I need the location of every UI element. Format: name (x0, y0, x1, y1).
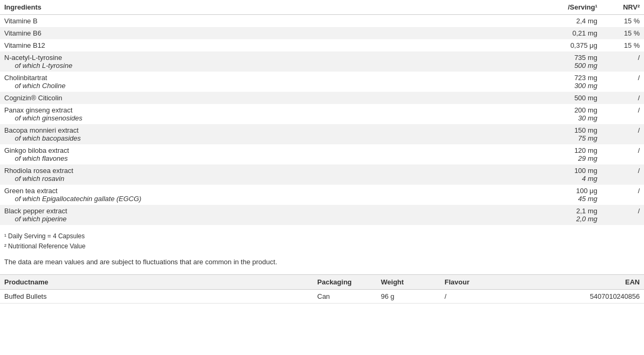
ingredient-serving: 0,21 mg (538, 27, 602, 39)
ingredient-name: Rhodiola rosea extract of which rosavin (0, 164, 538, 185)
flavour-header: Flavour (440, 275, 504, 290)
nrv-header: NRV² (602, 0, 644, 15)
ingredient-serving: 723 mg 300 mg (538, 72, 602, 92)
product-weight: 96 g (377, 290, 440, 304)
product-row: Buffed Bullets Can 96 g / 5407010240856 (0, 290, 644, 304)
ingredients-header: Ingredients (0, 0, 538, 15)
ingredient-nrv: 15 % (602, 15, 644, 28)
serving-header: /Serving¹ (538, 0, 602, 15)
ingredient-nrv: / (602, 104, 644, 124)
ingredient-nrv: / (602, 92, 644, 104)
ingredient-nrv: / (602, 185, 644, 205)
ingredient-name: Vitamine B6 (0, 27, 538, 39)
ingredient-name: Ginkgo biloba extract of which flavones (0, 144, 538, 164)
note-line2: ² Nutritional Reference Value (4, 241, 640, 252)
productname-header: Productname (0, 275, 313, 290)
ingredient-name: Black pepper extract of which piperine (0, 205, 538, 225)
table-row: Rhodiola rosea extract of which rosavin … (0, 164, 644, 185)
ingredient-name: Vitamine B12 (0, 39, 538, 51)
product-name: Buffed Bullets (0, 290, 313, 304)
note-line1: ¹ Daily Serving = 4 Capsules (4, 231, 640, 241)
ingredient-name: Vitamine B (0, 15, 538, 28)
ingredient-serving: 150 mg 75 mg (538, 124, 602, 144)
ingredients-table: Ingredients /Serving¹ NRV² Vitamine B 2,… (0, 0, 644, 225)
ingredient-nrv: 15 % (602, 27, 644, 39)
packaging-header: Packaging (313, 275, 377, 290)
table-row: Green tea extract of which Epigallocatec… (0, 185, 644, 205)
table-row: Vitamine B6 0,21 mg 15 % (0, 27, 644, 39)
ingredient-nrv: / (602, 164, 644, 185)
ingredient-name: Bacopa monnieri extract of which bacopas… (0, 124, 538, 144)
notes-section: ¹ Daily Serving = 4 Capsules ² Nutrition… (0, 225, 644, 254)
ingredient-serving: 100 mg 4 mg (538, 164, 602, 185)
ingredient-name: Panax ginseng extract of which ginsenosi… (0, 104, 538, 124)
ingredient-serving: 200 mg 30 mg (538, 104, 602, 124)
table-row: Cholinbitartrat of which Choline 723 mg … (0, 72, 644, 92)
ingredient-name: Cholinbitartrat of which Choline (0, 72, 538, 92)
ingredient-name: Green tea extract of which Epigallocatec… (0, 185, 538, 205)
ingredient-serving: 120 mg 29 mg (538, 144, 602, 164)
table-row: Panax ginseng extract of which ginsenosi… (0, 104, 644, 124)
ingredient-serving: 100 μg 45 mg (538, 185, 602, 205)
ingredient-nrv: / (602, 72, 644, 92)
ingredient-nrv: / (602, 205, 644, 225)
table-row: Ginkgo biloba extract of which flavones … (0, 144, 644, 164)
product-ean: 5407010240856 (504, 290, 644, 304)
ingredient-serving: 500 mg (538, 92, 602, 104)
ingredient-serving: 0,375 μg (538, 39, 602, 51)
table-row: Vitamine B12 0,375 μg 15 % (0, 39, 644, 51)
disclaimer-text: The data are mean values and are subject… (0, 254, 644, 272)
product-table: Productname Packaging Weight Flavour EAN… (0, 274, 644, 304)
table-row: N-acetyl-L-tyrosine of which L-tyrosine … (0, 51, 644, 72)
ingredient-nrv: 15 % (602, 39, 644, 51)
ingredient-name: Cognizin® Citicolin (0, 92, 538, 104)
ingredient-nrv: / (602, 51, 644, 72)
ingredient-nrv: / (602, 124, 644, 144)
ingredient-name: N-acetyl-L-tyrosine of which L-tyrosine (0, 51, 538, 72)
table-row: Black pepper extract of which piperine 2… (0, 205, 644, 225)
weight-header: Weight (377, 275, 440, 290)
ingredient-nrv: / (602, 144, 644, 164)
ingredient-serving: 2,1 mg 2,0 mg (538, 205, 602, 225)
table-row: Vitamine B 2,4 mg 15 % (0, 15, 644, 28)
ingredient-serving: 735 mg 500 mg (538, 51, 602, 72)
table-row: Cognizin® Citicolin 500 mg / (0, 92, 644, 104)
ingredient-serving: 2,4 mg (538, 15, 602, 28)
product-flavour: / (440, 290, 504, 304)
table-row: Bacopa monnieri extract of which bacopas… (0, 124, 644, 144)
product-packaging: Can (313, 290, 377, 304)
ean-header: EAN (504, 275, 644, 290)
